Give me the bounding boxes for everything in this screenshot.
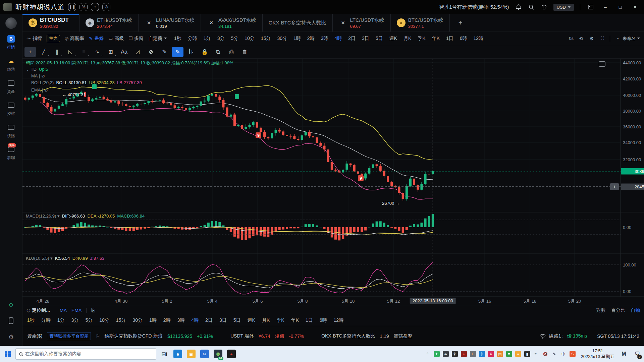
tray-folder-icon[interactable]: ▤ xyxy=(497,351,503,357)
timeframe-10分[interactable]: 10分 xyxy=(244,36,255,42)
taskbar-clock[interactable]: 17:51 2022/5/13 星期五 xyxy=(578,348,617,360)
macd-indicator-legend[interactable]: MACD(12,26,9) ▾ DIF:-966.63 DEA:-1270.05… xyxy=(26,214,145,219)
timeframe-年K[interactable]: 年K xyxy=(290,317,300,323)
high-winrate-button[interactable]: ◎高勝率 xyxy=(65,36,84,42)
timeframe-30分[interactable]: 30分 xyxy=(276,36,288,42)
tray-sliders-icon[interactable]: ≑ xyxy=(443,351,449,357)
candle-pattern-tool[interactable]: ꟾ⍭ xyxy=(185,47,197,57)
tab-AVAX/USDT永续[interactable]: ✕AVAX/USDT永续34.181 xyxy=(201,14,263,32)
eye-off-icon[interactable]: ⊘ xyxy=(41,73,45,78)
sidebar-item-賺幣[interactable]: ☁賺幣 xyxy=(7,57,15,72)
crosshair-tool[interactable]: + xyxy=(24,47,36,57)
tray-mic-icon[interactable]: 🎙 xyxy=(452,351,458,357)
timeframe-5分[interactable]: 5分 xyxy=(85,317,93,323)
fullscreen-icon[interactable]: ⛶ xyxy=(599,35,606,42)
timeframe-2時[interactable]: 2時 xyxy=(163,317,171,323)
crosshair-plus-handle[interactable]: + xyxy=(610,183,619,190)
tray-x-app-icon[interactable]: ✗ xyxy=(488,351,494,357)
ema-indicator-legend[interactable]: EMA | ⊘ xyxy=(31,87,48,93)
ma-toggle[interactable]: MA xyxy=(60,308,67,313)
network-line-label[interactable]: 線路1 : xyxy=(549,333,564,339)
timeframe-30分[interactable]: 30分 xyxy=(132,317,143,323)
tab-BTC/USDT永续[interactable]: ●BTC/USDT永续30377.1 xyxy=(391,14,450,32)
tab-OKX-BTC多空持仓人数比[interactable]: OKX-BTC多空持仓人数比 xyxy=(263,14,333,32)
copy-tool[interactable]: ⧉ xyxy=(212,47,224,57)
mobile-device-icon[interactable] xyxy=(7,317,15,324)
tray-battery-icon[interactable]: ▮ xyxy=(524,351,530,357)
timeframe-2日[interactable]: 2日 xyxy=(205,317,213,323)
time-axis[interactable]: 4月 284月 305月 25月 45月 65月 85月 105月 125月 1… xyxy=(22,297,621,305)
circle-slash-tool[interactable]: ⊘ xyxy=(145,47,157,57)
monitor-assets-link[interactable]: 實時監控多平台資産 xyxy=(47,332,91,340)
draw-line-button[interactable]: ✎畫線 xyxy=(89,36,104,42)
tray-sogou-icon[interactable]: S xyxy=(570,351,576,357)
timeframe-季K[interactable]: 季K xyxy=(417,36,426,42)
tray-antivirus-icon[interactable]: ✚ xyxy=(434,351,440,357)
timeframe-1日[interactable]: 1日 xyxy=(305,317,314,323)
indicator-button[interactable]: 〜指標 xyxy=(26,36,42,42)
timeframe-季K[interactable]: 季K xyxy=(276,317,285,323)
add-tab-button[interactable]: + xyxy=(450,14,471,32)
timeframe-12時[interactable]: 12時 xyxy=(333,317,344,323)
tray-bluetooth-icon[interactable]: ᛒ xyxy=(479,351,485,357)
file-explorer-icon[interactable]: ▣ xyxy=(184,346,198,362)
timeframe-3分[interactable]: 3分 xyxy=(217,36,225,42)
timeframe-3時[interactable]: 3時 xyxy=(320,36,329,42)
mail-icon[interactable]: ✉ xyxy=(198,346,211,362)
td-indicator-legend[interactable]: ⌄ TD Up:5 xyxy=(26,67,48,72)
tray-idm-icon[interactable]: ▼ xyxy=(506,351,512,357)
timeframe-週K[interactable]: 週K xyxy=(389,36,398,42)
app-logo[interactable] xyxy=(5,17,17,29)
sidebar-item-群聊[interactable]: 群聊99+ xyxy=(7,145,15,161)
search-icon[interactable] xyxy=(528,4,535,10)
sidebar-item-授權[interactable]: 授權 xyxy=(7,101,15,117)
tab-LTC/USDT永续[interactable]: ✕LTC/USDT永续69.67 xyxy=(333,14,391,32)
tray-ime-icon[interactable]: 中 xyxy=(560,351,567,357)
timeframe-1分[interactable]: 1分 xyxy=(57,317,65,323)
tab-BTC/USDT[interactable]: ₿BTC/USDT30390.82 xyxy=(22,14,79,32)
start-button[interactable] xyxy=(0,346,15,362)
sidebar-item-資產[interactable]: 資產 xyxy=(7,79,15,95)
currency-select[interactable]: USD xyxy=(553,4,574,11)
timeframe-月K[interactable]: 月K xyxy=(261,317,270,323)
timeframe-1日[interactable]: 1日 xyxy=(445,36,454,42)
locate-to-button[interactable]: ◎定位到... xyxy=(26,307,50,313)
timeframe-6時[interactable]: 6時 xyxy=(319,317,328,323)
trend-line-tool[interactable]: ╱ xyxy=(38,47,49,57)
sidebar-item-快訊[interactable]: 快訊 xyxy=(7,123,15,139)
phone-icon[interactable]: ✆ xyxy=(102,3,110,11)
timeframe-分時[interactable]: 分時 xyxy=(41,317,51,323)
ruler-tool[interactable]: ✎ xyxy=(159,47,170,57)
ime-mode-icon[interactable]: M xyxy=(617,346,631,362)
timeframe-分時[interactable]: 分時 xyxy=(187,36,198,42)
timeframe-月K[interactable]: 月K xyxy=(403,36,412,42)
timeframe-1分[interactable]: 1分 xyxy=(203,36,212,42)
timeframe-3時[interactable]: 3時 xyxy=(177,317,185,323)
edge-icon[interactable]: e xyxy=(171,346,184,362)
price-chart[interactable]: ← 40797.3126700 →99 時間:2022-05-13 16:00 … xyxy=(22,59,644,305)
percent-shield-icon[interactable]: % xyxy=(79,3,88,11)
timeframe-1秒[interactable]: 1秒 xyxy=(173,36,182,42)
box-annotation-tool[interactable]: ⊞ xyxy=(105,47,116,57)
horizontal-lines-tool[interactable]: ≡ xyxy=(78,47,90,57)
layout-save-menu[interactable]: ◔未命名 xyxy=(614,35,640,42)
advanced-button[interactable]: ▭高級 xyxy=(109,36,124,42)
brush-tool[interactable]: ✎ xyxy=(172,47,183,57)
timeframe-5日[interactable]: 5日 xyxy=(375,36,384,42)
chart-canvas[interactable] xyxy=(22,59,644,305)
settings-gear-icon[interactable]: ⚙ xyxy=(7,333,15,341)
restore-layout-icon[interactable]: ⟲ xyxy=(578,35,584,42)
text-tool[interactable]: Aa xyxy=(118,47,130,57)
main-force-button[interactable]: 主力 xyxy=(47,35,60,42)
timeframe-15分[interactable]: 15分 xyxy=(115,317,127,323)
tab-LUNA/USDT永续[interactable]: ✕LUNA/USDT永续0.019 xyxy=(139,14,201,32)
timeframe-3日[interactable]: 3日 xyxy=(219,317,227,323)
minimize-button[interactable]: – xyxy=(601,4,610,10)
timeframe-週K[interactable]: 週K xyxy=(247,317,256,323)
timeframe-1秒[interactable]: 1秒 xyxy=(26,317,35,323)
timeframe-1時[interactable]: 1時 xyxy=(149,317,157,323)
tray-network-icon[interactable]: ᯤ xyxy=(533,351,539,357)
wave-pattern-tool[interactable]: ∿ xyxy=(92,47,103,57)
pause-icon[interactable]: ❚❚ xyxy=(68,3,76,11)
tray-chevron-icon[interactable]: ^ xyxy=(425,351,431,357)
